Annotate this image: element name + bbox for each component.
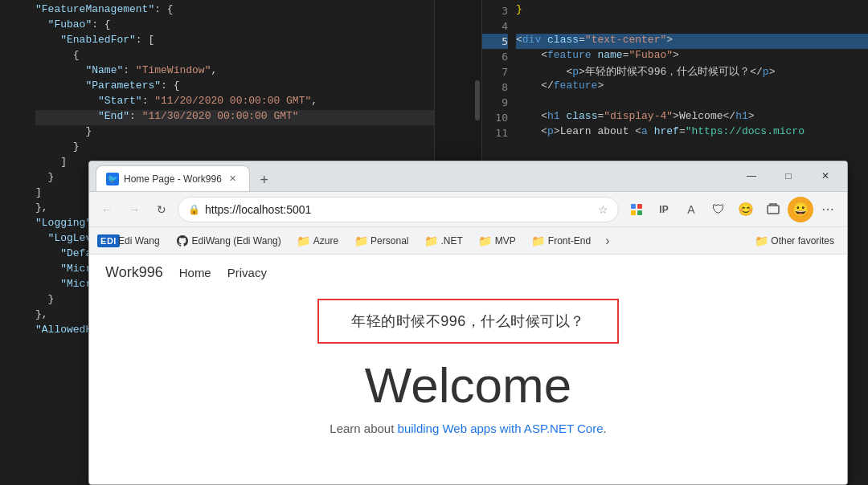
lock-icon: 🔒 (188, 204, 200, 215)
tab-favicon: 🐦 (106, 173, 119, 185)
collections-icon[interactable] (760, 197, 786, 222)
nav-privacy-link[interactable]: Privacy (227, 266, 267, 279)
svg-rect-4 (768, 206, 779, 214)
left-line-numbers (0, 0, 32, 485)
github-icon (176, 234, 189, 247)
profile-icon[interactable]: 😀 (788, 197, 813, 222)
tab-title: Home Page - Work996 (124, 173, 222, 185)
favorites-azure[interactable]: 📁 Azure (291, 233, 345, 249)
emoji-icon[interactable]: 😊 (733, 197, 759, 222)
other-favorites[interactable]: 📁 Other favorites (748, 233, 841, 249)
folder-icon-dotnet: 📁 (424, 234, 437, 247)
favorites-frontend-label: Front-End (548, 235, 591, 247)
close-button[interactable]: ✕ (807, 161, 844, 191)
toolbar-icons: IP A 🛡 😊 😀 ⋯ (624, 197, 841, 222)
svg-rect-1 (637, 204, 642, 209)
forward-button[interactable]: → (123, 198, 145, 221)
favorites-dotnet[interactable]: 📁 .NET (418, 233, 469, 249)
back-button[interactable]: ← (96, 198, 118, 221)
tab-close-button[interactable]: ✕ (227, 173, 240, 185)
learn-prefix: Learn about (330, 422, 397, 435)
favorites-github-label: EdiWang (Edi Wang) (192, 235, 281, 247)
learn-text: Learn about building Web apps with ASP.N… (330, 422, 606, 435)
favorites-frontend[interactable]: 📁 Front-End (526, 233, 597, 249)
svg-rect-3 (637, 210, 642, 215)
browser-addressbar: ← → ↻ 🔒 https://localhost:5001 ☆ IP A (89, 192, 847, 227)
maximize-button[interactable]: □ (770, 161, 807, 191)
other-favorites-label: Other favorites (771, 235, 834, 247)
shield-icon[interactable]: 🛡 (706, 197, 731, 222)
learn-suffix: . (604, 422, 607, 435)
favorites-personal[interactable]: 📁 Personal (348, 233, 415, 249)
folder-icon-personal: 📁 (354, 234, 367, 247)
favorites-dotnet-label: .NET (440, 235, 462, 247)
favorites-mvp-label: MVP (495, 235, 516, 247)
browser-window: 🐦 Home Page - Work996 ✕ + — □ ✕ ← → ↻ 🔒 … (88, 161, 848, 485)
refresh-button[interactable]: ↻ (150, 198, 173, 221)
folder-icon-azure: 📁 (297, 234, 310, 247)
favorites-ediwang-label: Edi Wang (118, 235, 160, 247)
learn-link[interactable]: building Web apps with ASP.NET Core (398, 422, 604, 435)
site-main: 年轻的时候不996，什么时候可以？ Welcome Learn about bu… (89, 291, 847, 484)
menu-icon[interactable]: ⋯ (815, 197, 841, 222)
window-controls: — □ ✕ (733, 161, 847, 191)
translate-icon[interactable]: A (678, 197, 704, 222)
browser-content: Work996 Home Privacy 年轻的时候不996，什么时候可以？ W… (89, 255, 847, 484)
svg-rect-0 (631, 204, 636, 209)
folder-icon-frontend: 📁 (532, 234, 545, 247)
minimize-button[interactable]: — (733, 161, 770, 191)
favorites-personal-label: Personal (371, 235, 408, 247)
favorites-ediwang-badge[interactable]: EDI Edi Wang (96, 233, 166, 249)
address-text: https://localhost:5001 (205, 203, 593, 216)
active-tab[interactable]: 🐦 Home Page - Work996 ✕ (96, 165, 250, 191)
folder-icon-other: 📁 (755, 234, 768, 247)
nav-home-link[interactable]: Home (179, 266, 211, 279)
site-brand: Work996 (105, 264, 163, 281)
address-bar[interactable]: 🔒 https://localhost:5001 ☆ (178, 197, 619, 222)
favorites-more-button[interactable]: › (600, 232, 614, 250)
welcome-heading: Welcome (365, 357, 571, 414)
feature-text: 年轻的时候不996，什么时候可以？ (351, 313, 585, 329)
edi-badge-icon: EDI (102, 234, 115, 247)
favorites-bar: EDI Edi Wang EdiWang (Edi Wang) 📁 Azure … (89, 227, 847, 255)
feature-text-box: 年轻的时候不996，什么时候可以？ (317, 299, 619, 344)
favorites-azure-label: Azure (313, 235, 338, 247)
svg-rect-2 (631, 210, 636, 215)
star-icon[interactable]: ☆ (598, 203, 608, 216)
ip-icon[interactable]: IP (651, 197, 677, 222)
site-nav: Work996 Home Privacy (89, 255, 847, 291)
folder-icon-mvp: 📁 (479, 234, 492, 247)
browser-tabs: 🐦 Home Page - Work996 ✕ + (89, 161, 276, 191)
new-tab-button[interactable]: + (253, 169, 276, 191)
browser-titlebar: 🐦 Home Page - Work996 ✕ + — □ ✕ (89, 161, 847, 192)
extensions-icon[interactable] (624, 197, 649, 222)
favorites-github[interactable]: EdiWang (Edi Wang) (170, 233, 288, 249)
favorites-mvp[interactable]: 📁 MVP (473, 233, 522, 249)
